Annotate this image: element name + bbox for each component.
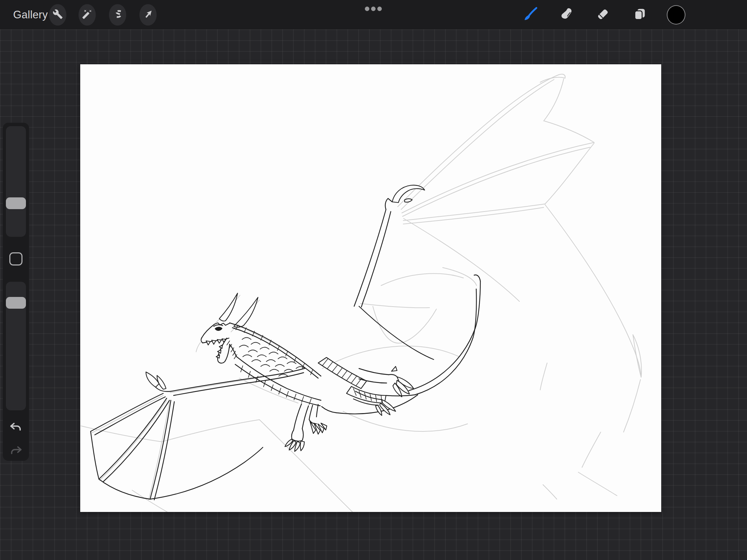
active-color-button[interactable]	[667, 5, 685, 25]
paint-tool-button[interactable]	[520, 5, 540, 25]
more-options-button[interactable]	[365, 7, 382, 11]
eraser-tool-button[interactable]	[593, 5, 613, 25]
undo-button[interactable]	[9, 420, 23, 434]
brush-opacity-slider[interactable]	[6, 282, 26, 410]
undo-arrow-icon	[9, 429, 23, 435]
modify-button[interactable]	[9, 252, 22, 265]
magic-wand-icon	[82, 9, 92, 21]
transform-button[interactable]	[139, 4, 157, 26]
layers-icon	[632, 6, 648, 24]
wrench-icon	[53, 9, 63, 21]
brush-opacity-handle[interactable]	[6, 297, 26, 309]
brush-icon	[522, 6, 538, 24]
ellipsis-dot	[371, 7, 376, 11]
s-ribbon-icon	[112, 9, 123, 21]
brush-sidebar	[3, 123, 29, 461]
smudge-tool-button[interactable]	[556, 5, 577, 25]
actions-button[interactable]	[49, 4, 66, 26]
top-toolbar: Gallery	[0, 0, 747, 29]
brush-size-handle[interactable]	[6, 197, 26, 209]
eraser-icon	[595, 6, 611, 24]
redo-arrow-icon	[9, 453, 23, 459]
brush-size-slider[interactable]	[6, 126, 26, 237]
procreate-app: Gallery	[0, 0, 747, 560]
dragon-sketch	[80, 64, 661, 512]
arrow-cursor-icon	[143, 9, 153, 21]
ellipsis-dot	[365, 7, 369, 11]
ellipsis-dot	[377, 7, 382, 11]
smudge-finger-icon	[559, 6, 574, 24]
adjustments-button[interactable]	[79, 4, 96, 26]
selection-button[interactable]	[109, 4, 126, 26]
drawing-canvas[interactable]	[80, 64, 661, 512]
redo-button[interactable]	[9, 444, 23, 458]
layers-button[interactable]	[630, 5, 650, 25]
gallery-button[interactable]: Gallery	[13, 0, 48, 29]
